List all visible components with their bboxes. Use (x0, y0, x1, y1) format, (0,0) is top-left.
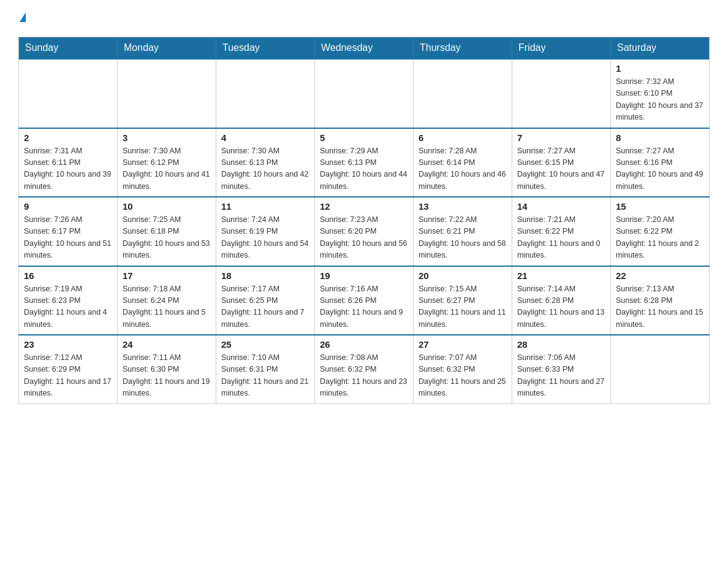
calendar-cell: 12Sunrise: 7:23 AM Sunset: 6:20 PM Dayli… (315, 197, 414, 266)
day-number: 19 (320, 270, 408, 281)
calendar-cell: 16Sunrise: 7:19 AM Sunset: 6:23 PM Dayli… (19, 266, 118, 335)
day-number: 17 (123, 270, 211, 281)
day-number: 7 (517, 132, 605, 143)
calendar-cell: 25Sunrise: 7:10 AM Sunset: 6:31 PM Dayli… (216, 335, 315, 404)
calendar-cell: 28Sunrise: 7:06 AM Sunset: 6:33 PM Dayli… (512, 335, 611, 404)
calendar-cell (512, 59, 611, 128)
calendar-cell: 1Sunrise: 7:32 AM Sunset: 6:10 PM Daylig… (611, 59, 710, 128)
day-info: Sunrise: 7:11 AM Sunset: 6:30 PM Dayligh… (123, 352, 211, 400)
weekday-header-wednesday: Wednesday (315, 37, 414, 59)
weekday-header-row: SundayMondayTuesdayWednesdayThursdayFrid… (19, 37, 710, 59)
day-number: 3 (123, 132, 211, 143)
day-info: Sunrise: 7:06 AM Sunset: 6:33 PM Dayligh… (517, 352, 605, 400)
calendar-cell: 20Sunrise: 7:15 AM Sunset: 6:27 PM Dayli… (414, 266, 512, 335)
calendar-cell: 13Sunrise: 7:22 AM Sunset: 6:21 PM Dayli… (414, 197, 512, 266)
day-info: Sunrise: 7:25 AM Sunset: 6:18 PM Dayligh… (123, 214, 211, 262)
day-info: Sunrise: 7:27 AM Sunset: 6:15 PM Dayligh… (517, 145, 605, 193)
day-info: Sunrise: 7:16 AM Sunset: 6:26 PM Dayligh… (320, 283, 408, 331)
day-number: 1 (616, 63, 704, 74)
day-info: Sunrise: 7:19 AM Sunset: 6:23 PM Dayligh… (24, 283, 112, 331)
day-info: Sunrise: 7:30 AM Sunset: 6:12 PM Dayligh… (123, 145, 211, 193)
day-number: 2 (24, 132, 112, 143)
calendar-header: SundayMondayTuesdayWednesdayThursdayFrid… (19, 37, 710, 59)
calendar-cell: 26Sunrise: 7:08 AM Sunset: 6:32 PM Dayli… (315, 335, 414, 404)
calendar-cell: 24Sunrise: 7:11 AM Sunset: 6:30 PM Dayli… (118, 335, 216, 404)
calendar-cell: 22Sunrise: 7:13 AM Sunset: 6:28 PM Dayli… (611, 266, 710, 335)
calendar-cell: 18Sunrise: 7:17 AM Sunset: 6:25 PM Dayli… (216, 266, 315, 335)
day-number: 28 (517, 339, 605, 350)
day-info: Sunrise: 7:12 AM Sunset: 6:29 PM Dayligh… (24, 352, 112, 400)
calendar-cell: 14Sunrise: 7:21 AM Sunset: 6:22 PM Dayli… (512, 197, 611, 266)
day-number: 14 (517, 201, 605, 212)
calendar-body: 1Sunrise: 7:32 AM Sunset: 6:10 PM Daylig… (19, 59, 710, 404)
day-number: 21 (517, 270, 605, 281)
day-info: Sunrise: 7:27 AM Sunset: 6:16 PM Dayligh… (616, 145, 704, 193)
calendar-cell: 6Sunrise: 7:28 AM Sunset: 6:14 PM Daylig… (414, 128, 512, 197)
weekday-header-tuesday: Tuesday (216, 37, 315, 59)
day-info: Sunrise: 7:31 AM Sunset: 6:11 PM Dayligh… (24, 145, 112, 193)
calendar-week-row: 1Sunrise: 7:32 AM Sunset: 6:10 PM Daylig… (19, 59, 710, 128)
calendar-cell (315, 59, 414, 128)
day-number: 13 (419, 201, 507, 212)
calendar-cell: 11Sunrise: 7:24 AM Sunset: 6:19 PM Dayli… (216, 197, 315, 266)
calendar-cell (611, 335, 710, 404)
calendar-cell: 10Sunrise: 7:25 AM Sunset: 6:18 PM Dayli… (118, 197, 216, 266)
day-number: 16 (24, 270, 112, 281)
calendar-cell: 15Sunrise: 7:20 AM Sunset: 6:22 PM Dayli… (611, 197, 710, 266)
day-info: Sunrise: 7:26 AM Sunset: 6:17 PM Dayligh… (24, 214, 112, 262)
day-number: 6 (419, 132, 507, 143)
calendar-cell (216, 59, 315, 128)
day-info: Sunrise: 7:08 AM Sunset: 6:32 PM Dayligh… (320, 352, 408, 400)
day-number: 26 (320, 339, 408, 350)
day-number: 23 (24, 339, 112, 350)
day-info: Sunrise: 7:23 AM Sunset: 6:20 PM Dayligh… (320, 214, 408, 262)
day-info: Sunrise: 7:28 AM Sunset: 6:14 PM Dayligh… (419, 145, 507, 193)
calendar-cell: 2Sunrise: 7:31 AM Sunset: 6:11 PM Daylig… (19, 128, 118, 197)
calendar-week-row: 9Sunrise: 7:26 AM Sunset: 6:17 PM Daylig… (19, 197, 710, 266)
day-info: Sunrise: 7:14 AM Sunset: 6:28 PM Dayligh… (517, 283, 605, 331)
calendar-cell: 21Sunrise: 7:14 AM Sunset: 6:28 PM Dayli… (512, 266, 611, 335)
day-info: Sunrise: 7:32 AM Sunset: 6:10 PM Dayligh… (616, 76, 704, 124)
weekday-header-saturday: Saturday (611, 37, 710, 59)
day-number: 27 (419, 339, 507, 350)
day-number: 15 (616, 201, 704, 212)
day-info: Sunrise: 7:20 AM Sunset: 6:22 PM Dayligh… (616, 214, 704, 262)
calendar-week-row: 16Sunrise: 7:19 AM Sunset: 6:23 PM Dayli… (19, 266, 710, 335)
calendar-cell (414, 59, 512, 128)
day-number: 12 (320, 201, 408, 212)
calendar-week-row: 2Sunrise: 7:31 AM Sunset: 6:11 PM Daylig… (19, 128, 710, 197)
calendar-cell: 17Sunrise: 7:18 AM Sunset: 6:24 PM Dayli… (118, 266, 216, 335)
day-number: 8 (616, 132, 704, 143)
day-info: Sunrise: 7:13 AM Sunset: 6:28 PM Dayligh… (616, 283, 704, 331)
calendar-cell (118, 59, 216, 128)
day-number: 24 (123, 339, 211, 350)
day-info: Sunrise: 7:21 AM Sunset: 6:22 PM Dayligh… (517, 214, 605, 262)
day-number: 20 (419, 270, 507, 281)
calendar-week-row: 23Sunrise: 7:12 AM Sunset: 6:29 PM Dayli… (19, 335, 710, 404)
day-number: 10 (123, 201, 211, 212)
day-info: Sunrise: 7:18 AM Sunset: 6:24 PM Dayligh… (123, 283, 211, 331)
calendar-cell: 4Sunrise: 7:30 AM Sunset: 6:13 PM Daylig… (216, 128, 315, 197)
calendar-cell: 23Sunrise: 7:12 AM Sunset: 6:29 PM Dayli… (19, 335, 118, 404)
day-info: Sunrise: 7:24 AM Sunset: 6:19 PM Dayligh… (221, 214, 309, 262)
logo-text (18, 12, 26, 25)
day-info: Sunrise: 7:30 AM Sunset: 6:13 PM Dayligh… (221, 145, 309, 193)
calendar-cell: 5Sunrise: 7:29 AM Sunset: 6:13 PM Daylig… (315, 128, 414, 197)
page-header (18, 12, 710, 25)
logo-triangle-icon (20, 12, 26, 22)
day-info: Sunrise: 7:29 AM Sunset: 6:13 PM Dayligh… (320, 145, 408, 193)
weekday-header-thursday: Thursday (414, 37, 512, 59)
day-info: Sunrise: 7:15 AM Sunset: 6:27 PM Dayligh… (419, 283, 507, 331)
day-number: 22 (616, 270, 704, 281)
calendar-cell: 9Sunrise: 7:26 AM Sunset: 6:17 PM Daylig… (19, 197, 118, 266)
day-number: 25 (221, 339, 309, 350)
day-info: Sunrise: 7:17 AM Sunset: 6:25 PM Dayligh… (221, 283, 309, 331)
day-number: 11 (221, 201, 309, 212)
calendar-cell: 27Sunrise: 7:07 AM Sunset: 6:32 PM Dayli… (414, 335, 512, 404)
calendar-cell: 8Sunrise: 7:27 AM Sunset: 6:16 PM Daylig… (611, 128, 710, 197)
day-info: Sunrise: 7:07 AM Sunset: 6:32 PM Dayligh… (419, 352, 507, 400)
calendar-cell: 3Sunrise: 7:30 AM Sunset: 6:12 PM Daylig… (118, 128, 216, 197)
calendar-cell: 7Sunrise: 7:27 AM Sunset: 6:15 PM Daylig… (512, 128, 611, 197)
day-number: 5 (320, 132, 408, 143)
day-info: Sunrise: 7:10 AM Sunset: 6:31 PM Dayligh… (221, 352, 309, 400)
